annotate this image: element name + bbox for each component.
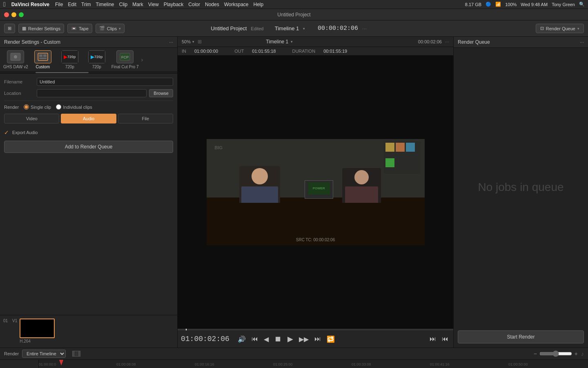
duration-label: DURATION <box>292 49 315 54</box>
zoom-value: 50% <box>182 39 191 44</box>
single-clip-label[interactable]: Single clip <box>24 104 51 110</box>
ruler-mark-4: 01:00:33:08 <box>352 362 371 366</box>
menu-color[interactable]: Color <box>188 2 200 7</box>
step-forward-button[interactable]: ▶▶ <box>297 334 310 344</box>
play-button[interactable]: ▶ <box>286 334 295 344</box>
frame-forward-button[interactable]: ⏭ <box>428 334 438 343</box>
preset-scroll-arrow[interactable]: › <box>141 56 143 63</box>
menu-clip[interactable]: Clip <box>119 2 128 7</box>
browse-button[interactable]: Browse <box>149 89 173 97</box>
add-to-queue-button[interactable]: Add to Render Queue <box>4 141 173 153</box>
zoom-in-button[interactable]: + <box>575 350 578 357</box>
search-icon[interactable]: 🔍 <box>579 2 585 7</box>
preset-ghs-label: GHS DAW v2 <box>3 65 28 69</box>
maximize-button[interactable] <box>19 12 24 17</box>
preset-youtube-720p[interactable]: ▶ 720p 720p <box>58 50 82 69</box>
tab-file[interactable]: File <box>118 114 173 123</box>
clip-thumbnail[interactable] <box>20 319 55 338</box>
app-name-menu[interactable]: DaVinci Resolve <box>11 2 49 7</box>
render-queue-title: Render Queue <box>458 39 490 45</box>
menu-edit[interactable]: Edit <box>68 2 76 7</box>
individual-clips-label[interactable]: Individual clips <box>56 104 92 110</box>
menu-help[interactable]: Help <box>254 2 264 7</box>
menubar-right: 8.17 GB 🔵 📶 100% Wed 9:48 AM Tony Green … <box>465 2 585 7</box>
current-timecode: 01:00:02:06 <box>181 335 229 343</box>
user-name: Tony Green <box>552 2 575 7</box>
battery-indicator: 100% <box>505 2 517 7</box>
toolbar-center: Untitled Project Edited Timeline 1 ▾ 00:… <box>211 25 367 32</box>
preset-vimeo-720p[interactable]: ▶ 720p 720p <box>85 50 109 69</box>
music-icon: ♪ <box>581 350 584 357</box>
svg-rect-2 <box>38 53 48 61</box>
start-render-button[interactable]: Start Render <box>458 330 584 343</box>
menu-view[interactable]: View <box>148 2 159 7</box>
sidebar-toggle-button[interactable]: ⊞ <box>4 24 15 33</box>
skip-to-end-button[interactable]: ⏭ <box>313 334 323 343</box>
preset-fcp7-label: Final Cut Pro 7 <box>111 65 139 69</box>
render-mode-label: Render <box>4 105 19 110</box>
preset-ghs[interactable]: GHS DAW v2 <box>3 50 28 69</box>
preview-options[interactable]: ··· <box>445 39 449 45</box>
volume-button[interactable]: 🔊 <box>236 334 247 344</box>
zoom-slider[interactable] <box>539 350 572 357</box>
export-audio-check[interactable]: ✓ <box>4 129 9 136</box>
timeline-selector[interactable]: Timeline 1 <box>275 25 299 31</box>
out-label: OUT <box>234 49 244 54</box>
render-queue-button[interactable]: ⊡ Render Queue ▾ <box>536 24 584 33</box>
menu-timeline[interactable]: Timeline <box>96 2 114 7</box>
wifi-icon: 📶 <box>495 2 501 7</box>
menu-trim[interactable]: Trim <box>81 2 91 7</box>
render-queue-icon: ⊡ <box>540 26 544 31</box>
sidebar-icon: ⊞ <box>8 26 11 31</box>
render-queue-panel: Render Queue ··· No jobs in queue Start … <box>453 37 588 348</box>
timecode-options-icon[interactable]: ··· <box>362 25 367 31</box>
svg-rect-4 <box>43 54 47 57</box>
render-range-select[interactable]: Entire Timeline In/Out Range <box>22 350 66 358</box>
preset-custom[interactable]: Custom <box>31 50 55 69</box>
close-button[interactable] <box>4 12 9 17</box>
tab-video[interactable]: Video <box>4 114 59 123</box>
individual-clips-radio[interactable] <box>56 104 61 110</box>
apple-menu[interactable]:  <box>3 1 6 8</box>
window-controls <box>4 12 24 17</box>
minimize-button[interactable] <box>11 12 16 17</box>
render-panel-menu[interactable]: ··· <box>169 39 173 45</box>
playback-scrubber[interactable] <box>178 329 453 330</box>
clock: Wed 9:48 AM <box>521 2 548 7</box>
menu-mark[interactable]: Mark <box>132 2 143 7</box>
transform-icon: ⊞ <box>198 39 202 45</box>
zoom-selector[interactable]: 50% ▾ <box>182 39 194 44</box>
filename-input[interactable] <box>37 78 173 86</box>
render-queue-menu[interactable]: ··· <box>580 39 584 45</box>
tab-audio[interactable]: Audio <box>61 114 116 123</box>
menu-workspace[interactable]: Workspace <box>224 2 249 7</box>
menu-nodes[interactable]: Nodes <box>205 2 219 7</box>
preset-youtube-label: 720p <box>65 65 74 69</box>
location-label: Location <box>4 91 37 96</box>
stop-button[interactable]: ⏹ <box>273 334 283 344</box>
render-settings-panel: Render Settings - Custom ··· GHS DAW v2 … <box>0 37 178 348</box>
render-queue-header: Render Queue ··· <box>454 37 588 48</box>
preset-fcp7[interactable]: FCP Final Cut Pro 7 <box>111 50 139 69</box>
timeline-dropdown[interactable]: ▾ <box>291 40 293 44</box>
preview-header: 50% ▾ ⊞ Timeline 1 ▾ 00:00:02:06 ··· <box>178 37 453 47</box>
menu-playback[interactable]: Playback <box>164 2 184 7</box>
frame-back-button[interactable]: ⏮ <box>440 334 450 343</box>
loop-button[interactable]: 🔁 <box>325 334 336 344</box>
zoom-out-button[interactable]: − <box>534 350 537 357</box>
tape-icon: 📼 <box>71 26 77 31</box>
location-input[interactable] <box>37 89 147 97</box>
timeline-ruler: 01:00:00:0 01:00:08:08 01:00:16:16 01:00… <box>0 360 588 368</box>
render-settings-button[interactable]: ▦ Render Settings <box>18 24 64 33</box>
video-container[interactable]: BIG POWER <box>178 56 453 329</box>
storage-indicator: 8.17 GB <box>465 2 481 7</box>
step-back-button[interactable]: ◀ <box>262 334 270 344</box>
menu-file[interactable]: File <box>55 2 63 7</box>
edited-badge: Edited <box>251 26 263 31</box>
preset-fcp7-icon: FCP <box>116 50 134 63</box>
skip-to-start-button[interactable]: ⏮ <box>250 334 260 343</box>
timeline-dropdown-arrow[interactable]: ▾ <box>303 27 305 31</box>
single-clip-radio[interactable] <box>24 104 29 110</box>
clips-button[interactable]: 🎬 Clips ▾ <box>96 24 125 33</box>
tape-button[interactable]: 📼 Tape <box>67 24 92 33</box>
